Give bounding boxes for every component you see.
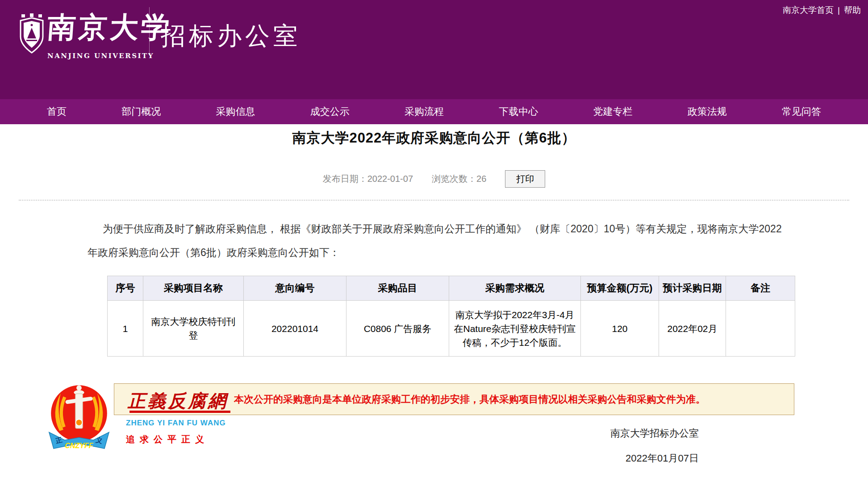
table-cell: C0806 广告服务: [346, 301, 449, 357]
badge-text: CNZYFF: [65, 441, 93, 449]
nav-item-8[interactable]: 政策法规: [688, 105, 727, 118]
signature-block: 南京大学招标办公室 2022年01月07日: [610, 427, 699, 465]
watermark-name-cn: 正義反腐網: [128, 389, 228, 413]
column-header: 采购项目名称: [143, 276, 244, 301]
table-cell: [726, 301, 795, 357]
nav-item-7[interactable]: 党建专栏: [593, 105, 633, 118]
anticorruption-site-logo-icon: 正 义 CNZYFF: [46, 382, 112, 457]
brand-divider: [149, 7, 150, 55]
table-cell: 2022年02月: [659, 301, 726, 357]
column-header: 预算金额(万元): [581, 276, 659, 301]
intro-paragraph: 为便于供应商及时了解政府采购信息， 根据《财政部关于开展政府采购意向公开工作的通…: [88, 217, 784, 265]
home-link[interactable]: 南京大学首页: [783, 5, 834, 15]
main-nav: 首页部门概况采购信息成交公示采购流程下载中心党建专栏政策法规常见问答: [0, 99, 868, 124]
office-title: 招标办公室: [161, 20, 301, 53]
university-emblem-icon[interactable]: [19, 13, 45, 55]
table-body: 1南京大学校庆特刊刊登202201014C0806 广告服务南京大学拟于2022…: [108, 301, 795, 357]
meta-row: 发布日期：2022-01-07 浏览次数：26 打印: [0, 170, 868, 188]
publish-date: 发布日期：2022-01-07: [323, 173, 413, 185]
nav-item-6[interactable]: 下载中心: [499, 105, 538, 118]
notice-text: 本次公开的采购意向是本单位政府采购工作的初步安排，具体采购项目情况以相关采购公告…: [234, 393, 705, 406]
link-separator: |: [838, 5, 840, 15]
view-count-label: 浏览次数：: [432, 174, 476, 184]
signature-date: 2022年01月07日: [610, 452, 699, 465]
column-header: 序号: [108, 276, 143, 301]
nav-item-3[interactable]: 采购信息: [216, 105, 255, 118]
column-header: 采购需求概况: [449, 276, 581, 301]
table-cell: 南京大学拟于2022年3月-4月在Nature杂志刊登校庆特刊宣传稿，不少于12…: [449, 301, 581, 357]
table-cell: 南京大学校庆特刊刊登: [143, 301, 244, 357]
table-header-row: 序号采购项目名称意向编号采购品目采购需求概况预算金额(万元)预计采购日期备注: [108, 276, 795, 301]
signature-org: 南京大学招标办公室: [610, 427, 699, 440]
section-divider: [19, 200, 849, 201]
watermark-slogan: 追求公平正义: [126, 433, 209, 445]
column-header: 意向编号: [244, 276, 346, 301]
table-cell: 120: [581, 301, 659, 357]
university-name-en: NANJING UNIVERSITY: [47, 52, 154, 60]
nav-item-9[interactable]: 常见问答: [782, 105, 821, 118]
site-header: 南京大学首页|帮助 南京大学 NANJING UNIVERSITY 招标办公室: [0, 0, 868, 99]
print-button[interactable]: 打印: [505, 170, 545, 188]
watermark-underline: [129, 411, 230, 413]
view-count: 浏览次数：26: [432, 173, 486, 185]
university-name-cn: 南京大学: [46, 8, 174, 47]
nav-item-2[interactable]: 部门概况: [121, 105, 161, 118]
column-header: 采购品目: [346, 276, 449, 301]
table-cell: 1: [108, 301, 143, 357]
top-links: 南京大学首页|帮助: [783, 4, 861, 16]
publish-date-value: 2022-01-07: [367, 174, 413, 184]
procurement-table: 序号采购项目名称意向编号采购品目采购需求概况预算金额(万元)预计采购日期备注 1…: [107, 276, 795, 357]
nav-item-4[interactable]: 成交公示: [310, 105, 350, 118]
watermark-name-en: ZHENG YI FAN FU WANG: [126, 419, 226, 428]
nav-item-5[interactable]: 采购流程: [405, 105, 444, 118]
view-count-value: 26: [476, 174, 486, 184]
nav-item-1[interactable]: 首页: [47, 105, 67, 118]
page-title: 南京大学2022年政府采购意向公开（第6批）: [0, 129, 868, 147]
table-cell: 202201014: [244, 301, 346, 357]
column-header: 备注: [726, 276, 795, 301]
help-link[interactable]: 帮助: [844, 5, 861, 15]
table-row: 1南京大学校庆特刊刊登202201014C0806 广告服务南京大学拟于2022…: [108, 301, 795, 357]
column-header: 预计采购日期: [659, 276, 726, 301]
publish-date-label: 发布日期：: [323, 174, 367, 184]
